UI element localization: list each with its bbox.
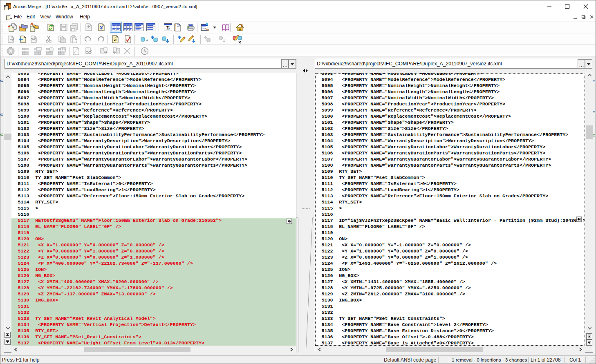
svg-text:±: ±	[146, 38, 148, 43]
svg-text:Σ: Σ	[166, 25, 170, 31]
svg-text:â: â	[114, 36, 117, 42]
